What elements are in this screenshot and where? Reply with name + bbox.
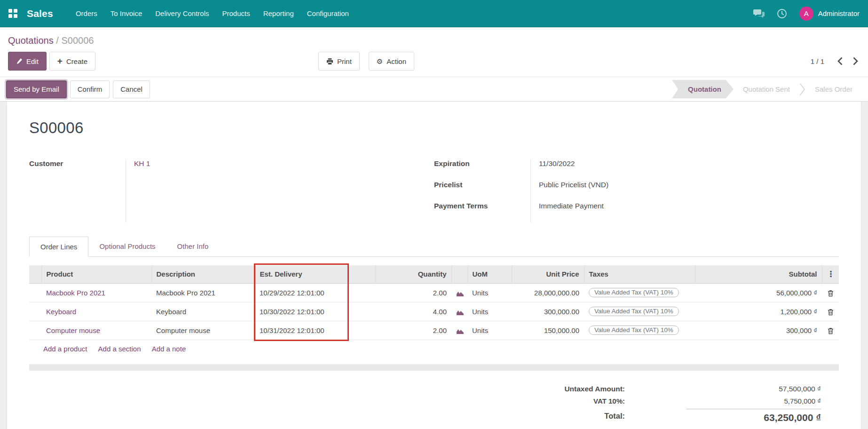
status-step-quotation[interactable]: Quotation [672,80,734,98]
send-by-email-button[interactable]: Send by Email [6,80,67,98]
forecast-chart-icon[interactable] [456,290,464,297]
tax-pill: Value Added Tax (VAT) 10% [589,288,679,297]
statusbar: Send by Email Confirm Cancel Quotation Q… [0,77,868,102]
quotation-title: S00006 [29,119,839,137]
untaxed-amount-label: Untaxed Amount: [564,383,631,395]
action-button[interactable]: ⚙ Action [369,52,414,71]
printer-icon [326,58,333,65]
tab-optional-products[interactable]: Optional Products [88,237,166,256]
status-step-quotation-sent[interactable]: Quotation Sent [734,80,799,98]
optional-columns-icon[interactable]: ⋮ [822,265,839,283]
edit-button[interactable]: Edit [8,52,47,71]
col-product[interactable]: Product [41,265,151,283]
order-line-row[interactable]: Computer mouse Computer mouse 10/31/2022… [29,321,839,340]
delete-row-icon[interactable] [828,309,834,316]
description-cell: Keyboard [151,302,255,321]
col-quantity[interactable]: Quantity [375,265,451,283]
order-line-row[interactable]: Macbook Pro 2021 Macbook Pro 2021 10/29/… [29,283,839,302]
add-a-section-link[interactable]: Add a section [98,345,141,353]
customer-label: Customer [29,159,126,180]
tab-other-info[interactable]: Other Info [166,237,220,256]
content-area: S00006 Customer KH 1 Expiration Pricelis… [0,102,868,429]
gear-icon: ⚙ [377,58,383,65]
left-field-group: Customer KH 1 [29,159,434,222]
product-link[interactable]: Keyboard [46,308,76,316]
customer-value-link[interactable]: KH 1 [134,159,150,167]
delete-row-icon[interactable] [828,290,834,297]
description-cell: Macbook Pro 2021 [151,283,255,302]
tab-order-lines[interactable]: Order Lines [29,237,88,257]
quantity-cell: 4.00 [375,302,451,321]
field-groups: Customer KH 1 Expiration Pricelist Payme… [29,159,839,222]
form-sheet: S00006 Customer KH 1 Expiration Pricelis… [7,102,861,429]
main-menu: Orders To Invoice Delivery Controls Prod… [69,0,355,27]
horizontal-scrollbar[interactable] [29,364,839,371]
subtotal-cell: 1,200,000 ₫ [695,302,822,321]
nav-menu-configuration[interactable]: Configuration [300,0,355,27]
nav-menu-to-invoice[interactable]: To Invoice [104,0,149,27]
col-handle [29,265,41,283]
col-est-delivery[interactable]: Est. Delivery [255,265,348,283]
forecast-chart-icon[interactable] [456,328,464,334]
top-navbar: Sales Orders To Invoice Delivery Control… [0,0,868,27]
confirm-button[interactable]: Confirm [70,80,110,98]
pager-next-button[interactable] [851,55,860,67]
est-delivery-cell: 10/30/2022 12:01:00 [255,302,348,321]
product-link[interactable]: Macbook Pro 2021 [46,289,105,297]
breadcrumb-current: S00006 [61,35,94,46]
nav-menu-orders[interactable]: Orders [69,0,104,27]
activities-clock-icon[interactable] [777,8,787,19]
nav-menu-reporting[interactable]: Reporting [257,0,300,27]
breadcrumb-quotations-link[interactable]: Quotations [8,35,54,46]
cancel-button[interactable]: Cancel [113,80,150,98]
nav-menu-delivery-controls[interactable]: Delivery Controls [149,0,215,27]
uom-cell: Units [467,321,512,340]
order-line-row[interactable]: Keyboard Keyboard 10/30/2022 12:01:00 4.… [29,302,839,321]
untaxed-amount-value: 57,500,000 ₫ [631,383,821,395]
subtotal-cell: 300,000 ₫ [695,321,822,340]
forecast-chart-icon[interactable] [456,309,464,316]
add-a-product-link[interactable]: Add a product [43,345,87,353]
expiration-label: Expiration [434,159,530,180]
col-forecast [451,265,467,283]
print-button[interactable]: Print [318,52,360,71]
col-subtotal[interactable]: Subtotal [695,265,822,283]
est-delivery-cell: 10/29/2022 12:01:00 [255,283,348,302]
order-lines-table: Product Description Est. Delivery Quanti… [29,265,839,340]
user-menu[interactable]: A Administrator [799,7,860,21]
total-value: 63,250,000 ₫ [686,409,821,423]
est-delivery-cell: 10/31/2022 12:01:00 [255,321,348,340]
status-steps: Quotation Quotation Sent Sales Order [672,80,862,98]
app-title[interactable]: Sales [27,8,53,19]
quantity-cell: 2.00 [375,283,451,302]
col-description[interactable]: Description [151,265,255,283]
vat-label: VAT 10%: [564,395,631,407]
status-step-sales-order[interactable]: Sales Order [805,80,862,98]
table-footer-links: Add a product Add a section Add a note [29,340,839,358]
add-a-note-link[interactable]: Add a note [152,345,186,353]
col-taxes[interactable]: Taxes [584,265,695,283]
apps-grid-icon[interactable] [8,9,17,18]
messages-icon[interactable] [753,9,765,18]
breadcrumb-separator: / [56,35,59,46]
expiration-value: 11/30/2022 [531,159,839,180]
chevron-divider-icon [799,83,805,96]
nav-menu-products[interactable]: Products [215,0,256,27]
create-button[interactable]: + Create [49,52,95,71]
payment-terms-value: Immediate Payment [531,201,839,222]
product-link[interactable]: Computer mouse [46,326,100,334]
delete-row-icon[interactable] [828,327,834,334]
plus-icon: + [57,56,63,65]
pricelist-value: Public Pricelist (VND) [531,180,839,201]
pager-previous-button[interactable] [836,55,844,67]
right-field-group: Expiration Pricelist Payment Terms 11/30… [434,159,839,222]
pencil-icon [16,58,23,64]
col-unit-price[interactable]: Unit Price [512,265,584,283]
description-cell: Computer mouse [151,321,255,340]
unit-price-cell: 28,000,000.00 [512,283,584,302]
pricelist-label: Pricelist [434,180,530,201]
order-lines-table-wrap: Product Description Est. Delivery Quanti… [29,265,839,371]
subtotal-cell: 56,000,000 ₫ [695,283,822,302]
col-uom[interactable]: UoM [467,265,512,283]
navbar-systray: A Administrator [753,7,860,21]
